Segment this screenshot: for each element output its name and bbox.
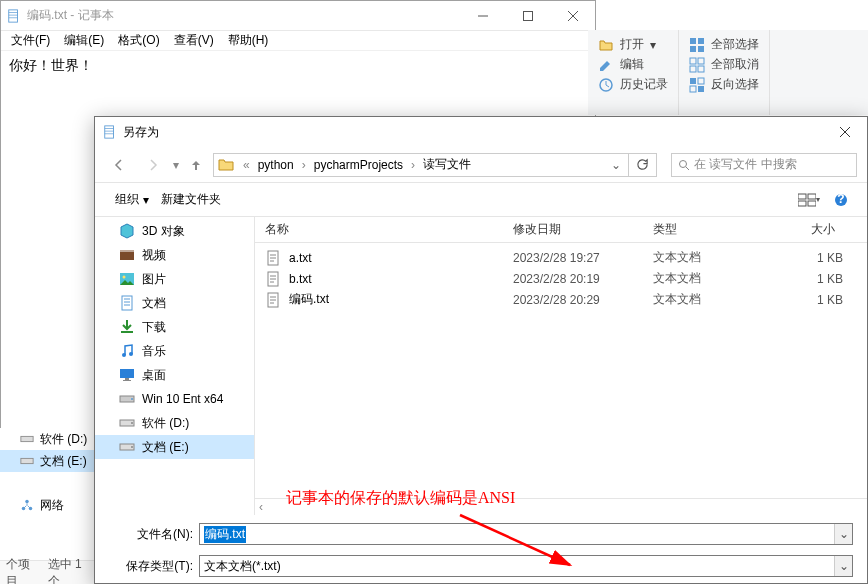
notepad-text-area[interactable]: 你好！世界！: [1, 51, 595, 81]
minimize-button[interactable]: [460, 1, 505, 30]
ribbon-invert[interactable]: 反向选择: [689, 76, 759, 93]
breadcrumb-segment[interactable]: python: [256, 158, 296, 172]
search-icon: [678, 159, 690, 171]
file-date: 2023/2/28 20:19: [513, 272, 653, 286]
document-icon: [119, 295, 135, 311]
chevron-down-icon: ▾: [143, 193, 149, 207]
svg-rect-9: [690, 66, 696, 72]
svg-point-21: [680, 160, 687, 167]
svg-rect-3: [690, 38, 696, 44]
file-row[interactable]: 编码.txt2023/2/28 20:29文本文档1 KB: [255, 289, 867, 310]
help-button[interactable]: ?: [829, 190, 853, 210]
explorer-ribbon: 打开 ▾ 编辑 历史记录 全部选择 全部取消 反向选择: [588, 30, 868, 115]
nav-forward-button[interactable]: [139, 153, 167, 177]
sidebar-item-document[interactable]: 文档: [95, 291, 254, 315]
filename-input[interactable]: 编码.txt ⌄: [199, 523, 853, 545]
breadcrumb-segment[interactable]: pycharmProjects: [312, 158, 405, 172]
chevron-down-icon[interactable]: ⌄: [834, 524, 852, 544]
dialog-toolbar: 组织 ▾ 新建文件夹 ▾ ?: [95, 183, 867, 217]
svg-rect-4: [698, 38, 704, 44]
sidebar-item-disk[interactable]: Win 10 Ent x64: [95, 387, 254, 411]
download-icon: [119, 319, 135, 335]
file-size: 1 KB: [793, 251, 843, 265]
column-date[interactable]: 修改日期: [513, 221, 653, 238]
file-row[interactable]: b.txt2023/2/28 20:19文本文档1 KB: [255, 268, 867, 289]
breadcrumb-dropdown[interactable]: ⌄: [607, 158, 625, 172]
navigation-bar: ▾ « python › pycharmProjects › 读写文件 ⌄ 在 …: [95, 147, 867, 183]
maximize-button[interactable]: [505, 1, 550, 30]
sidebar-item-label: 下载: [142, 319, 166, 336]
chevron-right-icon: ›: [408, 158, 418, 172]
sidebar-item-label: 软件 (D:): [142, 415, 189, 432]
ribbon-edit[interactable]: 编辑: [598, 56, 668, 73]
ribbon-history[interactable]: 历史记录: [598, 76, 668, 93]
new-folder-button[interactable]: 新建文件夹: [155, 187, 227, 212]
breadcrumb-bar[interactable]: « python › pycharmProjects › 读写文件 ⌄: [213, 153, 657, 177]
sidebar-item-drive[interactable]: 文档 (E:): [95, 435, 254, 459]
view-options-button[interactable]: ▾: [797, 190, 821, 210]
column-name[interactable]: 名称: [265, 221, 513, 238]
svg-rect-1: [523, 11, 532, 20]
sidebar-item-label: 文档 (E:): [142, 439, 189, 456]
column-type[interactable]: 类型: [653, 221, 793, 238]
ribbon-open[interactable]: 打开 ▾: [598, 36, 668, 53]
horizontal-scrollbar[interactable]: ‹: [255, 498, 867, 515]
svg-rect-25: [808, 201, 816, 206]
file-name: b.txt: [289, 272, 513, 286]
svg-rect-37: [123, 380, 131, 381]
tree-item[interactable]: 网络: [0, 494, 94, 516]
file-type: 文本文档: [653, 270, 793, 287]
file-list[interactable]: a.txt2023/2/28 19:27文本文档1 KBb.txt2023/2/…: [255, 243, 867, 498]
nav-up-button[interactable]: [185, 153, 207, 177]
file-date: 2023/2/28 20:29: [513, 293, 653, 307]
notepad-menubar: 文件(F) 编辑(E) 格式(O) 查看(V) 帮助(H): [1, 31, 595, 51]
svg-rect-14: [690, 86, 696, 92]
sidebar-item-label: 文档: [142, 295, 166, 312]
file-row[interactable]: a.txt2023/2/28 19:27文本文档1 KB: [255, 247, 867, 268]
dialog-close-button[interactable]: [822, 118, 867, 147]
nav-back-button[interactable]: [105, 153, 133, 177]
svg-rect-24: [798, 201, 806, 206]
sidebar-item-drive[interactable]: 软件 (D:): [95, 411, 254, 435]
search-placeholder: 在 读写文件 中搜索: [694, 156, 797, 173]
file-size: 1 KB: [793, 293, 843, 307]
sidebar-item-label: 音乐: [142, 343, 166, 360]
sidebar-item-3d[interactable]: 3D 对象: [95, 219, 254, 243]
sidebar-item-desktop[interactable]: 桌面: [95, 363, 254, 387]
file-date: 2023/2/28 19:27: [513, 251, 653, 265]
sidebar-item-video[interactable]: 视频: [95, 243, 254, 267]
explorer-tree-behind: 软件 (D:)文档 (E:)网络 个项目 选中 1 个: [0, 428, 94, 584]
chevron-down-icon[interactable]: ⌄: [834, 556, 852, 576]
dialog-titlebar: 另存为: [95, 117, 867, 147]
menu-format[interactable]: 格式(O): [112, 30, 165, 51]
notepad-titlebar: 编码.txt - 记事本: [1, 1, 595, 31]
tree-item[interactable]: 软件 (D:): [0, 428, 94, 450]
sidebar-item-music[interactable]: 音乐: [95, 339, 254, 363]
3d-icon: [119, 223, 135, 239]
tree-item[interactable]: [0, 472, 94, 494]
breadcrumb-segment[interactable]: 读写文件: [421, 156, 473, 173]
menu-help[interactable]: 帮助(H): [222, 30, 275, 51]
file-name: 编码.txt: [289, 291, 513, 308]
tree-item[interactable]: 文档 (E:): [0, 450, 94, 472]
music-icon: [119, 343, 135, 359]
close-button[interactable]: [550, 1, 595, 30]
search-input[interactable]: 在 读写文件 中搜索: [671, 153, 857, 177]
sidebar-item-download[interactable]: 下载: [95, 315, 254, 339]
svg-rect-23: [808, 194, 816, 199]
column-size[interactable]: 大小: [793, 221, 843, 238]
menu-view[interactable]: 查看(V): [168, 30, 220, 51]
folder-sidebar[interactable]: 3D 对象视频图片文档下载音乐桌面Win 10 Ent x64软件 (D:)文档…: [95, 217, 255, 515]
menu-file[interactable]: 文件(F): [5, 30, 56, 51]
filetype-combo[interactable]: 文本文档(*.txt) ⌄: [199, 555, 853, 577]
svg-rect-36: [125, 378, 129, 380]
nav-recent-dropdown[interactable]: ▾: [173, 158, 179, 172]
refresh-button[interactable]: [628, 153, 656, 177]
ribbon-deselect[interactable]: 全部取消: [689, 56, 759, 73]
organize-button[interactable]: 组织 ▾: [109, 187, 155, 212]
chevron-right-icon: ›: [299, 158, 309, 172]
svg-point-41: [131, 422, 133, 424]
menu-edit[interactable]: 编辑(E): [58, 30, 110, 51]
ribbon-select-all[interactable]: 全部选择: [689, 36, 759, 53]
sidebar-item-picture[interactable]: 图片: [95, 267, 254, 291]
